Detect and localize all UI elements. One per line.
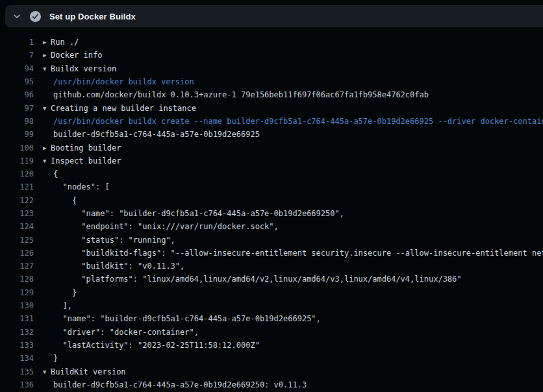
- log-group-title: Run ./: [51, 38, 79, 47]
- log-group-row[interactable]: ▶Docker info: [43, 51, 102, 60]
- log-line: 120{: [0, 167, 543, 180]
- log-line: 121 "nodes": [: [0, 180, 543, 193]
- log-output-text: "lastActivity": "2023-02-25T11:58:12.000…: [43, 341, 260, 350]
- triangle-right-icon[interactable]: ▶: [43, 39, 51, 45]
- log-line: 136builder-d9cfb5a1-c764-445a-a57e-0b19d…: [0, 378, 543, 391]
- log-line: 129 }: [0, 286, 543, 299]
- line-number[interactable]: 99: [0, 130, 34, 139]
- line-number[interactable]: 129: [0, 288, 34, 297]
- triangle-down-icon[interactable]: ▼: [43, 66, 51, 72]
- line-number[interactable]: 131: [0, 314, 34, 323]
- log-output-text: "endpoint": "unix:///var/run/docker.sock…: [43, 222, 279, 231]
- log-output-text: "driver": "docker-container",: [43, 328, 199, 337]
- log-output-text: }: [43, 288, 77, 297]
- triangle-right-icon[interactable]: ▶: [43, 145, 51, 151]
- line-number[interactable]: 130: [0, 301, 34, 310]
- log-line: 94▼Buildx version: [0, 62, 543, 75]
- log-output-text: }: [43, 354, 58, 363]
- log-output-text: ],: [43, 301, 72, 310]
- triangle-down-icon[interactable]: ▼: [43, 105, 51, 112]
- log-output-text: "buildkit": "v0.11.3",: [43, 262, 184, 271]
- line-number[interactable]: 136: [0, 380, 34, 389]
- log-line: 95/usr/bin/docker buildx version: [0, 75, 543, 88]
- log-line: 125 "status": "running",: [0, 233, 543, 246]
- log-group-title: Creating a new builder instance: [51, 104, 196, 113]
- log-line: 132 "driver": "docker-container",: [0, 326, 543, 339]
- log-group-row[interactable]: ▼Buildx version: [43, 64, 116, 73]
- log-line: 133 "lastActivity": "2023-02-25T11:58:12…: [0, 339, 543, 352]
- log-line: 135▼BuildKit version: [0, 365, 543, 378]
- log-line: 128 "platforms": "linux/amd64,linux/amd6…: [0, 273, 543, 286]
- line-number[interactable]: 135: [0, 367, 34, 376]
- line-number[interactable]: 132: [0, 328, 34, 337]
- log-line: 122 {: [0, 194, 543, 207]
- log-output-text: "status": "running",: [43, 236, 175, 245]
- line-number[interactable]: 96: [0, 90, 34, 99]
- log-command-text: /usr/bin/docker buildx version: [43, 77, 194, 86]
- triangle-right-icon[interactable]: ▶: [43, 52, 51, 58]
- log-output-text: {: [43, 196, 77, 205]
- log-line: 98/usr/bin/docker buildx create --name b…: [0, 115, 543, 128]
- log-output-text: builder-d9cfb5a1-c764-445a-a57e-0b19d2e6…: [43, 380, 307, 389]
- log-output-text: "name": "builder-d9cfb5a1-c764-445a-a57e…: [43, 209, 344, 218]
- log-group-row[interactable]: ▼BuildKit version: [43, 367, 126, 376]
- line-number[interactable]: 123: [0, 209, 34, 218]
- line-number[interactable]: 95: [0, 77, 34, 86]
- line-number[interactable]: 1: [0, 38, 34, 47]
- log-area: 1▶Run ./7▶Docker info94▼Buildx version95…: [0, 27, 543, 392]
- log-output-text: github.com/docker/buildx 0.10.3+azure-1 …: [43, 90, 429, 99]
- log-line: 97▼Creating a new builder instance: [0, 101, 543, 114]
- step-title: Set up Docker Buildx: [49, 12, 136, 21]
- log-line: 126 "buildkitd-flags": "--allow-insecure…: [0, 247, 543, 260]
- triangle-down-icon[interactable]: ▼: [43, 369, 51, 375]
- log-group-title: Buildx version: [51, 64, 116, 73]
- log-line: 123 "name": "builder-d9cfb5a1-c764-445a-…: [0, 207, 543, 220]
- log-line: 100▶Booting builder: [0, 141, 543, 154]
- log-group-row[interactable]: ▼Inspect builder: [43, 156, 121, 165]
- log-group-title: Docker info: [51, 51, 102, 60]
- log-line: 127 "buildkit": "v0.11.3",: [0, 260, 543, 273]
- line-number[interactable]: 134: [0, 354, 34, 363]
- line-number[interactable]: 120: [0, 169, 34, 178]
- log-line: 99builder-d9cfb5a1-c764-445a-a57e-0b19d2…: [0, 128, 543, 141]
- log-lines: 1▶Run ./7▶Docker info94▼Buildx version95…: [0, 36, 543, 391]
- log-command-text: /usr/bin/docker buildx create --name bui…: [43, 117, 543, 126]
- line-number[interactable]: 125: [0, 236, 34, 245]
- line-number[interactable]: 97: [0, 104, 34, 113]
- line-number[interactable]: 100: [0, 143, 34, 153]
- log-output-text: "nodes": [: [43, 182, 110, 191]
- step-header[interactable]: Set up Docker Buildx: [5, 5, 543, 27]
- line-number[interactable]: 127: [0, 262, 34, 271]
- line-number[interactable]: 122: [0, 196, 34, 205]
- log-group-row[interactable]: ▶Booting builder: [43, 143, 121, 153]
- log-group-title: Inspect builder: [51, 156, 121, 165]
- log-line: 130 ],: [0, 299, 543, 312]
- line-number[interactable]: 7: [0, 51, 34, 60]
- line-number[interactable]: 98: [0, 117, 34, 126]
- line-number[interactable]: 133: [0, 341, 34, 350]
- check-circle-icon: [30, 11, 41, 22]
- line-number[interactable]: 124: [0, 222, 34, 231]
- line-number[interactable]: 128: [0, 275, 34, 284]
- line-number[interactable]: 126: [0, 249, 34, 258]
- log-output-text: {: [43, 169, 58, 178]
- chevron-down-icon[interactable]: [12, 12, 21, 21]
- log-output-text: "buildkitd-flags": "--allow-insecure-ent…: [43, 249, 543, 258]
- log-line: 134}: [0, 352, 543, 365]
- log-output-text: builder-d9cfb5a1-c764-445a-a57e-0b19d2e6…: [43, 130, 260, 139]
- line-number[interactable]: 121: [0, 182, 34, 191]
- log-line: 96github.com/docker/buildx 0.10.3+azure-…: [0, 88, 543, 101]
- line-number[interactable]: 119: [0, 156, 34, 165]
- log-line: 1▶Run ./: [0, 36, 543, 49]
- log-line: 124 "endpoint": "unix:///var/run/docker.…: [0, 220, 543, 233]
- log-group-row[interactable]: ▶Run ./: [43, 38, 79, 47]
- log-line: 131 "name": "builder-d9cfb5a1-c764-445a-…: [0, 312, 543, 325]
- line-number[interactable]: 94: [0, 64, 34, 73]
- log-group-row[interactable]: ▼Creating a new builder instance: [43, 104, 196, 113]
- log-output-text: "name": "builder-d9cfb5a1-c764-445a-a57e…: [43, 314, 321, 323]
- log-group-title: Booting builder: [51, 143, 121, 153]
- log-group-title: BuildKit version: [51, 367, 126, 376]
- triangle-down-icon[interactable]: ▼: [43, 158, 51, 164]
- log-line: 7▶Docker info: [0, 49, 543, 62]
- log-output-text: "platforms": "linux/amd64,linux/amd64/v2…: [43, 275, 462, 284]
